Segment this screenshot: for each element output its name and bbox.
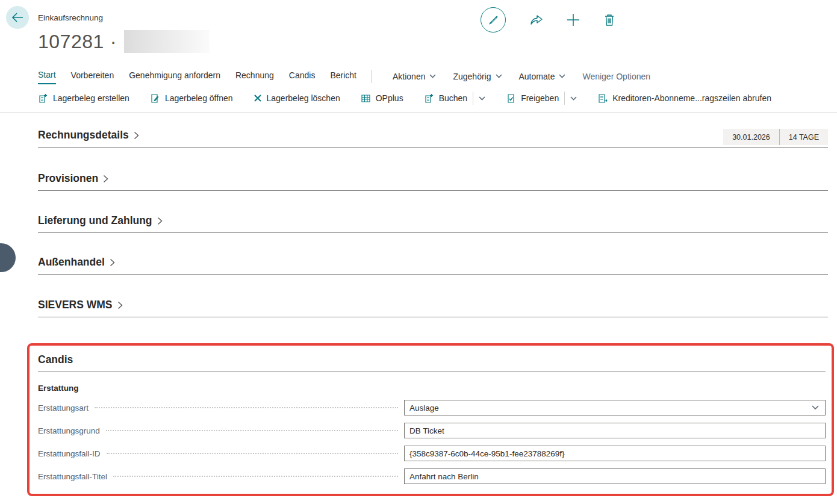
pencil-icon [488,14,499,25]
command-bar: Lagerbeleg erstellen Lagerbeleg öffnen L… [38,92,792,105]
menu-zugehoerig[interactable]: Zugehörig [453,72,502,81]
share-button[interactable] [529,13,543,26]
tab-vorbereiten[interactable]: Vorbereiten [71,69,114,84]
plus-icon [566,13,580,27]
erstattungsfall-id-input[interactable] [404,446,826,461]
tab-rechnung[interactable]: Rechnung [235,69,274,84]
tab-divider [372,70,372,83]
cmd-kreditoren-abonnement-zeilen-abrufen[interactable]: Kreditoren-Abonneme...ragszeilen abrufen [597,93,771,104]
erstattungsfall-titel-input[interactable] [404,468,826,484]
field-row-erstattungsfall-titel: Erstattungsfall-Titel [38,468,826,484]
command-bar-divider [0,112,837,113]
table-icon [361,93,371,104]
cmd-lagerbeleg-erstellen[interactable]: Lagerbeleg erstellen [38,93,129,104]
page-action-icons [481,7,615,33]
back-arrow-icon [11,13,23,22]
cmd-lagerbeleg-loeschen[interactable]: Lagerbeleg löschen [254,93,340,103]
section-header-sievers-wms[interactable]: SIEVERS WMS [38,299,828,317]
trash-icon [603,13,615,26]
tab-candis[interactable]: Candis [289,69,316,84]
document-add-icon [38,93,48,104]
section-badges: 30.01.2026 14 TAGE [723,129,828,145]
chevron-right-icon [103,175,108,183]
erstattungsgrund-input[interactable] [404,423,826,438]
cmd-buchen[interactable]: Buchen [424,93,467,104]
erstattung-group-label: Erstattung [38,384,826,393]
cmd-buchen-dropdown[interactable] [479,96,485,101]
section-lieferung-und-zahlung: Lieferung und Zahlung [38,214,828,233]
menu-aktionen[interactable]: Aktionen [393,72,436,81]
split-divider [564,92,565,105]
tab-start[interactable]: Start [38,68,56,84]
section-sievers-wms: SIEVERS WMS [38,299,828,317]
document-lines-icon [597,93,608,104]
chevron-right-icon [110,258,115,267]
menu-automate[interactable]: Automate [519,72,566,81]
delete-button[interactable] [603,13,615,26]
cmd-freigeben-dropdown[interactable] [570,96,577,101]
days-badge[interactable]: 14 TAGE [780,129,828,145]
cmd-lagerbeleg-oeffnen[interactable]: Lagerbeleg öffnen [150,93,233,104]
back-button[interactable] [6,6,29,29]
chevron-down-icon [812,405,819,410]
dotted-leader [107,448,398,454]
ribbon-tabbar: Start Vorbereiten Genehmigung anfordern … [38,68,655,84]
dotted-leader [106,425,398,431]
document-edit-icon [150,93,160,104]
chevron-down-icon [479,96,485,101]
section-header-rechnungsdetails[interactable]: Rechnungsdetails [38,129,828,147]
side-panel-handle[interactable] [0,243,16,272]
tab-genehmigung-anfordern[interactable]: Genehmigung anfordern [129,69,220,84]
section-header-aussenhandel[interactable]: Außenhandel [38,256,828,274]
field-row-erstattungsfall-id: Erstattungsfall-ID [38,446,826,461]
new-button[interactable] [566,13,580,27]
field-row-erstattungsgrund: Erstattungsgrund [38,423,826,438]
dotted-leader [113,471,398,477]
erstattungsart-label: Erstattungsart [38,403,89,412]
tab-bericht[interactable]: Bericht [330,69,356,84]
chevron-down-icon [496,74,502,78]
title-separator: · [110,31,117,53]
cmd-freigeben[interactable]: Freigeben [506,93,559,104]
x-icon [254,94,262,102]
chevron-right-icon [134,131,139,140]
chevron-down-icon [559,74,565,78]
candis-section-highlight: Candis Erstattung Erstattungsart Auslage… [27,343,834,496]
erstattungsgrund-label: Erstattungsgrund [38,426,100,435]
share-icon [529,13,543,26]
page-title: 107281 · [38,30,210,53]
page-caption: Einkaufsrechnung [38,13,103,22]
field-row-erstattungsart: Erstattungsart Auslage [38,400,826,415]
section-aussenhandel: Außenhandel [38,256,828,275]
dotted-leader [95,402,398,408]
split-divider [473,92,473,105]
chevron-down-icon [570,96,577,101]
chevron-down-icon [429,74,436,78]
erstattungsfall-titel-label: Erstattungsfall-Titel [38,472,107,481]
erstattungsart-select[interactable]: Auslage [404,400,826,415]
section-header-lieferung-und-zahlung[interactable]: Lieferung und Zahlung [38,214,828,232]
erstattungsfall-id-label: Erstattungsfall-ID [38,449,101,458]
document-number: 107281 [38,31,104,53]
section-rechnungsdetails: Rechnungsdetails [38,129,828,148]
redacted-vendor-name [124,30,210,53]
due-date-badge[interactable]: 30.01.2026 [723,129,779,145]
chevron-right-icon [117,301,123,310]
section-header-provisionen[interactable]: Provisionen [38,172,828,190]
chevron-right-icon [157,217,163,225]
post-document-icon [424,93,434,104]
release-document-icon [506,93,516,104]
edit-button[interactable] [481,7,506,33]
cmd-opplus[interactable]: OPplus [361,93,403,104]
candis-section-header[interactable]: Candis [38,353,826,372]
section-provisionen: Provisionen [38,172,828,191]
menu-weniger-optionen[interactable]: Weniger Optionen [582,72,650,81]
